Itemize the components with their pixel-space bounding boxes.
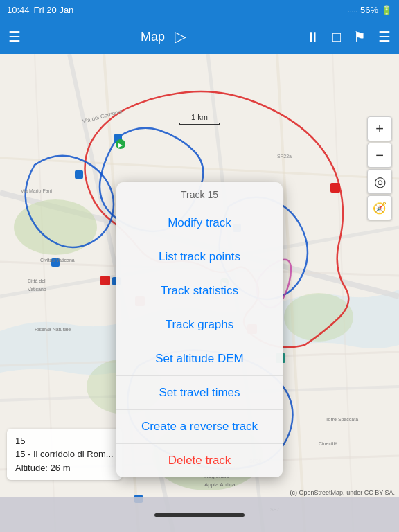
- pause-icon[interactable]: ⏸: [306, 29, 320, 45]
- square-icon[interactable]: □: [332, 29, 341, 45]
- attribution: (c) OpenStreetMap, under CC BY SA.: [290, 489, 395, 496]
- scale-line: [179, 123, 220, 125]
- menu-icon[interactable]: ☰: [8, 28, 21, 45]
- toolbar-center: Map ▷: [141, 28, 186, 46]
- toolbar-title: Map: [141, 30, 165, 44]
- svg-text:Cinecittà: Cinecittà: [319, 441, 337, 446]
- svg-rect-19: [75, 170, 83, 179]
- home-indicator: [154, 513, 245, 517]
- context-menu: Track 15 Modify track List track points …: [116, 182, 283, 477]
- svg-text:▶: ▶: [118, 142, 123, 148]
- menu-item-track-graphs[interactable]: Track graphs: [116, 308, 283, 342]
- svg-text:SP22a: SP22a: [277, 154, 292, 159]
- battery-status: 56%: [360, 5, 378, 15]
- menu-item-track-statistics[interactable]: Track statistics: [116, 274, 283, 308]
- svg-text:Civitas Vaticana: Civitas Vaticana: [40, 258, 75, 263]
- svg-text:Riserva Naturale: Riserva Naturale: [35, 327, 71, 332]
- status-date: Fri 20 Jan: [34, 5, 74, 15]
- status-time: 10:44: [7, 5, 30, 15]
- more-icon[interactable]: ☰: [378, 28, 391, 45]
- svg-text:Città del: Città del: [28, 278, 46, 283]
- svg-text:Via Mario Fani: Via Mario Fani: [21, 188, 52, 193]
- bottom-bar: [0, 497, 399, 532]
- flag-icon[interactable]: ⚑: [353, 28, 366, 45]
- locate-button[interactable]: ◎: [367, 169, 392, 194]
- zoom-out-button[interactable]: −: [367, 143, 392, 168]
- status-bar: 10:44 Fri 20 Jan ..... 56% 🔋: [0, 0, 399, 19]
- info-line1: 15: [15, 434, 114, 448]
- menu-item-set-altitude-dem[interactable]: Set altitude DEM: [116, 342, 283, 376]
- info-line3: Altitude: 26 m: [15, 461, 114, 475]
- play-button[interactable]: ▷: [175, 28, 186, 46]
- menu-item-delete-track[interactable]: Delete track: [116, 444, 283, 477]
- zoom-in-button[interactable]: +: [367, 116, 392, 141]
- navigate-button[interactable]: 🧭: [367, 195, 392, 220]
- info-line2: 15 - Il corridoio di Rom...: [15, 447, 114, 461]
- info-box: 15 15 - Il corridoio di Rom... Altitude:…: [7, 429, 122, 481]
- svg-text:Appia Antica: Appia Antica: [204, 481, 236, 488]
- battery-icon: 🔋: [381, 5, 392, 15]
- scale-label: 1 km: [191, 113, 208, 121]
- toolbar-right: ⏸ □ ⚑ ☰: [306, 28, 391, 45]
- map-area[interactable]: ▶ ▶ Via del Corridoio SP22a Via Mario Fa…: [0, 54, 399, 532]
- toolbar: ☰ Map ▷ ⏸ □ ⚑ ☰: [0, 19, 399, 54]
- menu-item-set-travel-times[interactable]: Set travel times: [116, 376, 283, 410]
- status-right: ..... 56% 🔋: [348, 5, 392, 15]
- svg-rect-30: [100, 276, 110, 285]
- map-controls: + − ◎ 🧭: [367, 116, 392, 220]
- svg-rect-28: [330, 183, 340, 193]
- menu-item-modify-track[interactable]: Modify track: [116, 206, 283, 240]
- context-menu-title: Track 15: [116, 182, 283, 206]
- menu-item-list-track-points[interactable]: List track points: [116, 240, 283, 274]
- scale-bar: 1 km: [179, 113, 220, 125]
- menu-item-create-reverse-track[interactable]: Create a reverse track: [116, 410, 283, 444]
- signal-icon: .....: [348, 6, 357, 14]
- svg-text:Torre Spaccata: Torre Spaccata: [326, 417, 358, 423]
- status-left: 10:44 Fri 20 Jan: [7, 5, 73, 15]
- svg-text:Vaticano: Vaticano: [28, 287, 46, 292]
